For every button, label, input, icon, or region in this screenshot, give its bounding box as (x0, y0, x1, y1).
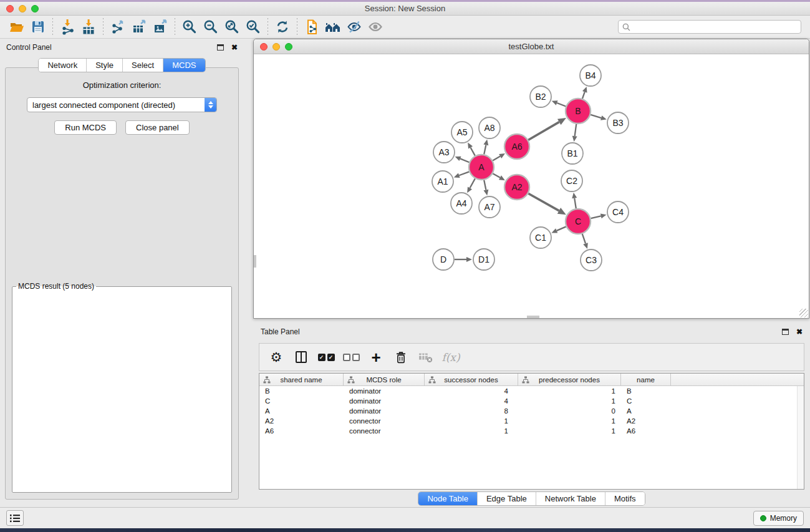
hide-selected-button[interactable] (344, 17, 365, 36)
column-header-shared-name[interactable]: shared name (259, 374, 344, 385)
graph-node-B[interactable]: B (566, 99, 591, 123)
tab-network-table[interactable]: Network Table (536, 492, 605, 505)
table-row-B[interactable]: Bdominator41B (259, 386, 804, 396)
save-session-button[interactable] (27, 17, 49, 36)
graph-edge-C-C2[interactable] (574, 198, 576, 209)
graph-node-A[interactable]: A (469, 155, 494, 180)
table-settings-button[interactable]: ⚙ (267, 347, 286, 367)
graph-edge-A2-C[interactable] (528, 193, 559, 211)
search-field[interactable] (618, 20, 801, 34)
column-header-mcds-role[interactable]: MCDS role (344, 374, 425, 385)
add-column-button[interactable]: + (367, 347, 385, 367)
graph-edge-A-A3[interactable] (460, 158, 470, 162)
resize-grip[interactable] (799, 309, 808, 317)
zoom-out-button[interactable] (200, 17, 221, 36)
tab-select[interactable]: Select (123, 59, 163, 72)
mcds-panel: Optimization criterion: largest connecte… (5, 67, 239, 500)
column-header-name[interactable]: name (621, 374, 671, 385)
graph-edge-C-C4[interactable] (591, 216, 600, 218)
zoom-selected-button[interactable] (243, 17, 264, 36)
table-row-C[interactable]: Cdominator41C (259, 396, 804, 406)
graph-node-B4[interactable]: B4 (580, 65, 601, 86)
export-table-button[interactable] (128, 17, 150, 36)
apply-layout-button[interactable] (272, 17, 293, 36)
graph-edge-B-B4[interactable] (582, 92, 585, 99)
graph-node-B2[interactable]: B2 (530, 86, 551, 107)
network-canvas[interactable]: AA1A2A3A4A5A6A7A8BB1B2B3B4CC1C2C3C4DD1 (254, 54, 809, 318)
graph-edge-A6-B[interactable] (528, 122, 559, 140)
graph-edge-A-A1[interactable] (459, 172, 469, 175)
graph-edge-A-A6[interactable] (493, 157, 500, 161)
show-all-button[interactable] (365, 17, 386, 36)
graph-node-C4[interactable]: C4 (607, 201, 629, 223)
tab-edge-table[interactable]: Edge Table (478, 492, 536, 505)
table-row-A2[interactable]: A2connector11A2 (259, 416, 804, 426)
search-input[interactable] (634, 22, 797, 31)
export-image-button[interactable] (150, 17, 171, 36)
run-mcds-button[interactable]: Run MCDS (54, 120, 117, 135)
table-row-A[interactable]: Adominator80A (259, 406, 804, 416)
graph-node-A4[interactable]: A4 (451, 193, 472, 214)
zoom-in-button[interactable] (179, 17, 200, 36)
graph-node-A8[interactable]: A8 (479, 117, 500, 138)
tab-node-table[interactable]: Node Table (418, 492, 478, 505)
show-columns-button[interactable] (292, 347, 311, 367)
graph-edge-B-B1[interactable] (575, 124, 577, 136)
graph-edge-A-A4[interactable] (470, 178, 475, 188)
export-network-button[interactable] (107, 17, 128, 36)
delete-column-button[interactable] (392, 347, 410, 367)
close-panel-icon[interactable]: ✖ (231, 44, 238, 51)
graph-node-D[interactable]: D (433, 249, 454, 270)
svg-text:A4: A4 (456, 198, 466, 208)
svg-text:B3: B3 (612, 118, 623, 128)
graph-edge-A-A7[interactable] (484, 180, 486, 190)
tab-network[interactable]: Network (39, 59, 87, 72)
first-neighbors-button[interactable] (322, 17, 344, 36)
memory-button[interactable]: Memory (753, 511, 804, 526)
float-panel-icon[interactable] (217, 44, 224, 51)
graph-node-C[interactable]: C (566, 209, 591, 234)
table-row-A6[interactable]: A6connector11A6 (259, 426, 804, 436)
zoom-fit-button[interactable] (221, 17, 243, 36)
tab-mcds[interactable]: MCDS (163, 59, 205, 72)
graph-node-A7[interactable]: A7 (479, 196, 500, 218)
graph-node-C2[interactable]: C2 (561, 170, 582, 191)
import-network-button[interactable] (57, 17, 78, 36)
graph-node-D1[interactable]: D1 (473, 249, 494, 270)
optimization-criterion-dropdown[interactable]: largest connected component (directed) (27, 97, 217, 112)
graph-edge-A-A5[interactable] (471, 147, 475, 155)
graph-node-B1[interactable]: B1 (562, 143, 583, 164)
tab-motifs[interactable]: Motifs (605, 492, 645, 505)
column-header-predecessor-nodes[interactable]: predecessor nodes (518, 374, 621, 385)
close-panel-button[interactable]: Close panel (125, 120, 190, 135)
graph-node-C1[interactable]: C1 (530, 227, 551, 248)
graph-edge-A-A2[interactable] (493, 173, 500, 178)
splitter-handle-horizontal[interactable] (527, 316, 539, 318)
graph-node-B3[interactable]: B3 (607, 112, 629, 133)
graph-node-C3[interactable]: C3 (581, 249, 602, 271)
graph-edge-C-C1[interactable] (557, 226, 566, 231)
new-network-from-selection-button[interactable] (301, 17, 322, 36)
column-header-successor-nodes[interactable]: successor nodes (425, 374, 518, 385)
select-all-button[interactable]: ✓✓ (317, 347, 335, 367)
graph-node-A5[interactable]: A5 (451, 122, 473, 143)
splitter-handle-vertical[interactable] (254, 255, 256, 268)
open-session-button[interactable] (6, 17, 27, 36)
graph-edge-A-A8[interactable] (484, 145, 486, 154)
graph-edge-B-B3[interactable] (591, 115, 601, 118)
task-history-button[interactable] (6, 510, 24, 526)
tab-style[interactable]: Style (87, 59, 123, 72)
import-table-button[interactable] (78, 17, 99, 36)
graph-node-A3[interactable]: A3 (433, 142, 455, 163)
deselect-all-button[interactable] (342, 347, 360, 367)
cell: 1 (518, 426, 621, 436)
graph-node-A1[interactable]: A1 (432, 171, 453, 192)
table-scrollbar[interactable] (797, 386, 804, 489)
table-close-panel-icon[interactable]: ✖ (796, 329, 803, 335)
graph-node-A2[interactable]: A2 (504, 175, 529, 200)
table-float-panel-icon[interactable] (782, 329, 789, 335)
svg-text:D: D (440, 254, 446, 264)
graph-edge-B-B2[interactable] (557, 103, 566, 106)
graph-node-A6[interactable]: A6 (504, 134, 529, 159)
graph-edge-C-C3[interactable] (582, 234, 586, 244)
